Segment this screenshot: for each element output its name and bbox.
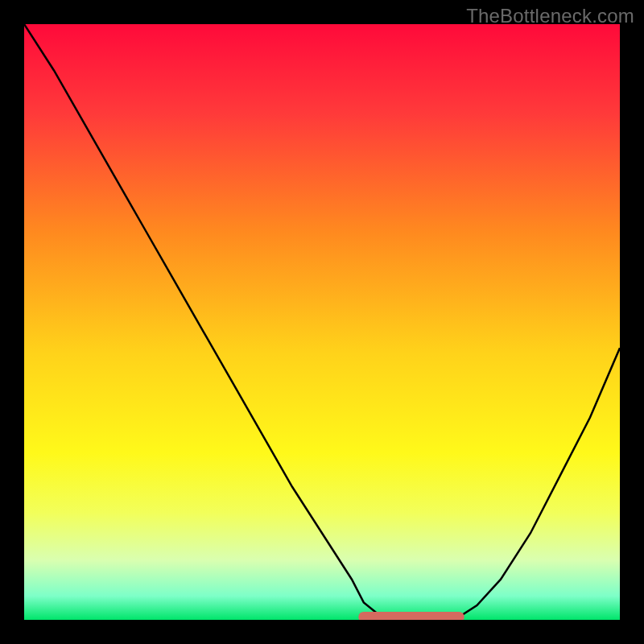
watermark-label: TheBottleneck.com <box>466 5 634 27</box>
bottleneck-chart <box>24 24 620 620</box>
chart-frame: TheBottleneck.com <box>0 0 644 644</box>
chart-background <box>24 24 620 620</box>
